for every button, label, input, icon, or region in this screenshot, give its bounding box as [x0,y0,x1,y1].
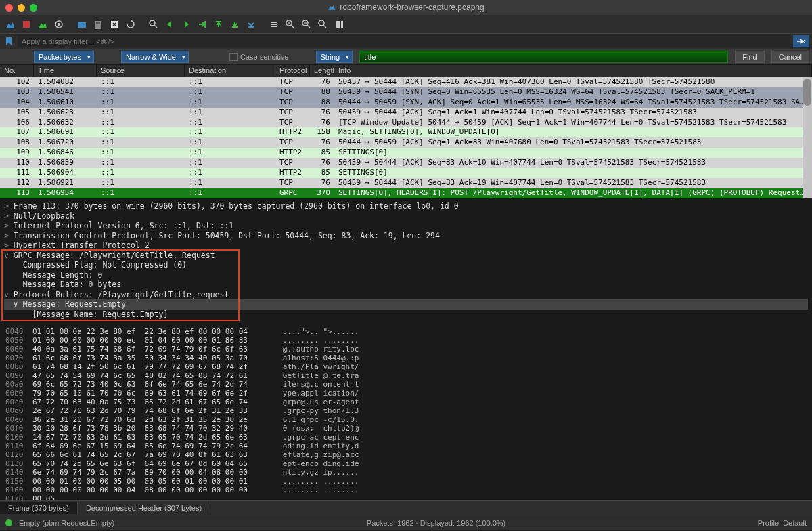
packet-row[interactable]: 1051.506623::1::1TCP7650459 → 50444 [ACK… [0,108,812,118]
stop-capture-button[interactable] [19,17,34,32]
col-info: Info [334,65,812,77]
hex-line[interactable]: 006040 0a 3a 61 75 74 68 6f 72 69 74 79 … [5,345,807,354]
hex-line[interactable]: 013065 70 74 2d 65 6e 63 6f 64 69 6e 67 … [5,459,807,468]
packet-list-header[interactable]: No. Time Source Destination Protocol Len… [0,65,812,77]
hex-line[interactable]: 009047 65 74 54 69 74 6c 65 40 02 74 65 … [5,371,807,380]
close-file-button[interactable] [107,17,122,32]
hex-line[interactable]: 010014 67 72 70 63 2d 61 63 63 65 70 74 … [5,433,807,442]
search-charset-dropdown[interactable]: Narrow & Wide [121,51,189,63]
colorize-button[interactable] [267,17,281,32]
hex-line[interactable]: 01106f 64 69 6e 67 15 69 64 65 6e 74 69 … [5,442,807,450]
zoom-reset-button[interactable]: 1 [315,17,330,32]
hex-line[interactable]: 007061 6c 68 6f 73 74 3a 35 30 34 34 34 … [5,354,807,362]
go-forward-button[interactable] [179,17,194,32]
hex-line[interactable]: 00e036 2e 31 20 67 72 70 63 2d 63 2f 31 … [5,415,807,424]
hex-line[interactable]: 015000 00 01 00 00 00 05 00 00 05 00 01 … [5,477,807,486]
detail-line[interactable]: Protocol Buffers: /Playwright/GetTitle,r… [4,290,808,300]
maximize-window-button[interactable] [30,4,37,12]
close-window-button[interactable] [5,4,13,12]
packet-row[interactable]: 1101.506859::1::1TCP7650459 → 50444 [ACK… [0,158,812,168]
status-profile[interactable]: Profile: Default [758,519,807,527]
title-bar: roboframework-browser-capture.pcapng [0,0,812,15]
detail-line[interactable]: Message Data: 0 bytes [4,280,808,290]
zoom-in-button[interactable] [283,17,298,32]
svg-rect-4 [96,22,100,24]
expert-info-icon[interactable] [5,519,12,526]
detail-line[interactable]: HyperText Transfer Protocol 2 [4,240,808,251]
capture-options-button[interactable] [51,17,66,32]
search-type-dropdown[interactable]: String [316,51,353,63]
svg-line-20 [307,25,310,28]
svg-rect-26 [338,21,340,28]
packet-row[interactable]: 1031.506541::1::1TCP8850459 → 50444 [SYN… [0,87,812,98]
detail-line[interactable]: [Message Name: Request.Empty] [4,310,808,320]
search-input[interactable] [359,51,728,63]
svg-text:1: 1 [320,21,323,25]
cancel-button[interactable]: Cancel [771,51,809,63]
detail-line[interactable]: Transmission Control Protocol, Src Port:… [4,231,808,241]
save-file-button[interactable] [91,17,106,32]
hex-line[interactable]: 012065 66 6c 61 74 65 2c 67 7a 69 70 40 … [5,450,807,459]
apply-filter-button[interactable] [793,35,809,47]
restart-capture-button[interactable] [35,17,50,32]
packet-details-pane[interactable]: Frame 113: 370 bytes on wire (2960 bits)… [0,198,812,324]
hex-line[interactable]: 00f030 20 28 6f 73 78 3b 20 63 68 74 74 … [5,424,807,433]
hex-line[interactable]: 008061 74 68 14 2f 50 6c 61 79 77 72 69 … [5,362,807,371]
packet-row[interactable]: 1121.506921::1::1TCP7650459 → 50444 [ACK… [0,178,812,188]
search-in-dropdown[interactable]: Packet bytes [34,51,94,63]
display-filter-bar [0,34,812,49]
go-to-packet-button[interactable] [195,17,210,32]
reload-button[interactable] [123,17,138,32]
packet-row[interactable]: 1021.504082::1::1TCP7650457 → 50444 [ACK… [0,77,812,87]
main-toolbar: 1 [0,15,812,34]
zoom-out-button[interactable] [299,17,314,32]
packet-row[interactable]: 1061.506632::1::1TCP76[TCP Window Update… [0,118,812,128]
hex-line[interactable]: 00a069 6c 65 72 73 40 0c 63 6f 6e 74 65 … [5,380,807,389]
svg-line-7 [154,25,157,28]
packet-row[interactable]: 1131.506954::1::1GRPC370SETTINGS[0], HEA… [0,188,812,198]
hex-line[interactable]: 004001 01 08 0a 22 3e 80 ef 22 3e 80 ef … [5,327,807,336]
packet-list-scrollbar[interactable] [803,77,812,198]
bookmark-icon[interactable] [3,35,15,47]
go-back-button[interactable] [162,17,177,32]
hex-line[interactable]: 00b079 70 65 10 61 70 70 6c 69 63 61 74 … [5,389,807,398]
packet-row[interactable]: 1081.506720::1::1TCP7650444 → 50459 [ACK… [0,137,812,148]
packet-bytes-pane[interactable]: 004001 01 08 0a 22 3e 80 ef 22 3e 80 ef … [0,324,812,500]
tab-frame[interactable]: Frame (370 bytes) [0,502,78,514]
status-bar: Empty (pbm.Request.Empty) Packets: 1962 … [0,515,812,530]
detail-line[interactable]: Message Length: 0 [4,270,808,280]
packet-row[interactable]: 1071.506691::1::1HTTP2158Magic, SETTINGS… [0,127,812,137]
detail-line[interactable]: Compressed Flag: Not Compressed (0) [4,260,808,270]
case-sensitive-checkbox[interactable]: Case sensitive [229,53,289,61]
detail-line[interactable]: ∨ Message: Request.Empty [4,299,808,310]
tab-decompressed[interactable]: Decompressed Header (307 bytes) [78,502,210,514]
minimize-window-button[interactable] [18,4,25,12]
checkbox-icon [229,53,238,61]
open-file-button[interactable] [74,17,89,32]
hex-line[interactable]: 005001 00 00 00 00 00 00 ec 01 04 00 00 … [5,336,807,345]
auto-scroll-button[interactable] [244,17,258,32]
packet-row[interactable]: 1091.506846::1::1HTTP285SETTINGS[0] [0,148,812,158]
display-filter-input[interactable] [18,35,790,47]
go-last-button[interactable] [227,17,242,32]
hex-line[interactable]: 016000 00 00 00 00 00 00 04 08 00 00 00 … [5,486,807,494]
detail-line[interactable]: Frame 113: 370 bytes on wire (2960 bits)… [4,201,808,211]
hex-line[interactable]: 00c067 72 70 63 40 0a 75 73 65 72 2d 61 … [5,398,807,406]
detail-line[interactable]: GRPC Message: /Playwright/GetTitle, Requ… [4,251,808,261]
status-packets: Packets: 1962 · Displayed: 1962 (100.0%) [367,519,505,527]
hex-line[interactable]: 01406e 74 69 74 79 2c 67 7a 69 70 00 00 … [5,468,807,477]
find-packet-button[interactable] [146,17,161,32]
resize-columns-button[interactable] [332,17,346,32]
packet-list[interactable]: 1021.504082::1::1TCP7650457 → 50444 [ACK… [0,77,812,198]
hex-line[interactable]: 017000 05 .. [5,494,807,500]
go-first-button[interactable] [211,17,226,32]
start-capture-button[interactable] [3,17,18,32]
packet-row[interactable]: 1111.506904::1::1HTTP285SETTINGS[0] [0,168,812,178]
hex-line[interactable]: 00d02e 67 72 70 63 2d 70 79 74 68 6f 6e … [5,406,807,415]
find-button[interactable]: Find [735,51,764,63]
detail-line[interactable]: Null/Loopback [4,211,808,221]
detail-line[interactable]: Internet Protocol Version 6, Src: ::1, D… [4,221,808,231]
svg-point-2 [58,23,60,26]
col-time: Time [34,65,97,77]
packet-row[interactable]: 1041.506610::1::1TCP8850444 → 50459 [SYN… [0,98,812,108]
